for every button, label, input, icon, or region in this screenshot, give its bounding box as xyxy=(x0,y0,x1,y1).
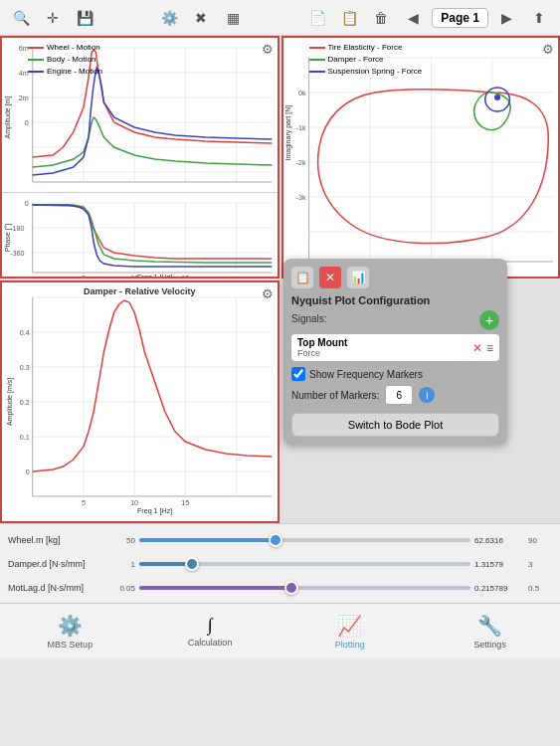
legend-engine-label: Engine - Motion xyxy=(47,66,102,78)
config-panel: 📋 ✕ 📊 Nyquist Plot Configuration Signals… xyxy=(283,259,507,445)
slider-row-2: MotLag.d [N·s/mm] 0.05 0.215789 0.5 xyxy=(8,576,552,600)
bode-plot-cell: ⚙ Wheel - Motion Body - Motion Engine - … xyxy=(0,36,280,279)
info-icon[interactable]: i xyxy=(419,387,435,403)
slider-value-2: 0.215789 xyxy=(474,584,524,593)
cross-btn[interactable]: ✖ xyxy=(188,5,214,31)
signal-sub: Force xyxy=(297,348,347,358)
save-btn[interactable]: 💾 xyxy=(72,5,97,31)
slider-thumb-0[interactable] xyxy=(269,533,282,547)
page-next-btn[interactable]: ▶ xyxy=(494,5,520,31)
config-title: Nyquist Plot Configuration xyxy=(291,294,499,306)
svg-text:Freq 1 [Hz]: Freq 1 [Hz] xyxy=(137,274,172,279)
add-signal-btn[interactable]: + xyxy=(479,310,499,330)
signal-menu-btn[interactable]: ≡ xyxy=(486,341,493,355)
slider-param-2: MotLag.d [N·s/mm] xyxy=(8,583,107,593)
legend-engine: Engine - Motion xyxy=(28,66,102,78)
slider-fill-0 xyxy=(139,538,276,542)
page-del-btn[interactable]: 🗑 xyxy=(368,5,394,31)
svg-text:15: 15 xyxy=(181,499,189,507)
bode-container: Wheel - Motion Body - Motion Engine - Mo… xyxy=(2,38,278,277)
legend-spring-line xyxy=(309,71,325,73)
svg-text:10: 10 xyxy=(130,499,138,507)
slider-track-2[interactable] xyxy=(139,586,470,590)
checkbox-row: Show Frequency Markers xyxy=(291,367,499,381)
svg-text:-180: -180 xyxy=(10,225,24,233)
nav-settings-label: Settings xyxy=(473,640,506,650)
legend-body-line xyxy=(28,59,44,61)
config-chart-btn[interactable]: 📊 xyxy=(347,267,369,288)
config-panel-header: 📋 ✕ 📊 xyxy=(291,267,499,288)
bottom-nav: ⚙️ MBS Setup ∫ Calculation 📈 Plotting 🔧 … xyxy=(0,603,560,658)
slider-thumb-1[interactable] xyxy=(185,557,199,571)
signal-delete-btn[interactable]: ✕ xyxy=(472,341,482,355)
signals-label: Signals: xyxy=(291,313,327,324)
settings-btn[interactable]: ⚙️ xyxy=(156,5,182,31)
slider-thumb-2[interactable] xyxy=(284,581,298,595)
nav-mbs-setup[interactable]: ⚙️ MBS Setup xyxy=(0,604,140,658)
svg-text:0: 0 xyxy=(26,468,30,476)
zoom-btn[interactable]: 🔍 xyxy=(8,5,34,31)
nav-calculation[interactable]: ∫ Calculation xyxy=(140,604,280,658)
slider-param-0: Wheel.m [kg] xyxy=(8,535,107,545)
legend-wheel-label: Wheel - Motion xyxy=(47,42,100,54)
svg-text:Phase [°]: Phase [°] xyxy=(4,224,12,252)
damper-svg: 0.4 0.3 0.2 0.1 0 5 10 15 Amplitude [m/s… xyxy=(2,282,278,516)
nav-settings[interactable]: 🔧 Settings xyxy=(420,604,560,658)
svg-text:0k: 0k xyxy=(297,90,305,97)
config-close-btn[interactable]: ✕ xyxy=(319,267,341,288)
svg-text:Freq 1 [Hz]: Freq 1 [Hz] xyxy=(137,507,172,515)
page-add-btn[interactable]: 📋 xyxy=(336,5,362,31)
num-markers-input[interactable] xyxy=(385,385,413,405)
bode-legend: Wheel - Motion Body - Motion Engine - Mo… xyxy=(28,42,102,78)
page-indicator: Page 1 xyxy=(432,8,488,28)
slider-max-2: 0.5 xyxy=(528,584,552,593)
cursor-btn[interactable]: ✛ xyxy=(40,5,66,31)
svg-text:0.4: 0.4 xyxy=(20,329,30,337)
nav-plot-icon: 📈 xyxy=(337,614,362,638)
config-panel-icons: 📋 ✕ 📊 xyxy=(291,267,369,288)
svg-text:-3k: -3k xyxy=(295,194,305,202)
signal-name: Top Mount xyxy=(297,337,347,348)
nyquist-settings-icon[interactable]: ⚙ xyxy=(542,42,554,57)
slider-min-0: 50 xyxy=(111,536,135,545)
svg-text:2m: 2m xyxy=(19,94,29,102)
svg-text:0: 0 xyxy=(25,200,29,208)
export-btn[interactable]: ⬆ xyxy=(526,5,552,31)
nav-mbs-icon: ⚙️ xyxy=(58,614,83,638)
slider-track-0[interactable] xyxy=(139,538,470,542)
legend-engine-line xyxy=(28,71,44,73)
signals-header: Signals: + xyxy=(291,310,499,330)
damper-settings-icon[interactable]: ⚙ xyxy=(262,286,274,301)
slider-row-0: Wheel.m [kg] 50 62.6316 90 xyxy=(8,528,552,552)
legend-tire-label: Tire Elasticity - Force xyxy=(328,42,403,54)
legend-wheel: Wheel - Motion xyxy=(28,42,102,54)
switch-bode-btn[interactable]: Switch to Bode Plot xyxy=(291,413,499,437)
slider-track-1[interactable] xyxy=(139,562,470,566)
legend-damper-label: Damper - Force xyxy=(328,54,384,66)
page-label: Page 1 xyxy=(441,11,479,25)
signal-actions: ✕ ≡ xyxy=(472,341,493,355)
legend-damper: Damper - Force xyxy=(309,54,423,66)
grid-btn[interactable]: ▦ xyxy=(220,5,246,31)
config-copy-btn[interactable]: 📋 xyxy=(291,267,313,288)
toolbar-page: 📄 📋 🗑 ◀ Page 1 ▶ ⬆ xyxy=(304,5,552,31)
page-copy-btn[interactable]: 📄 xyxy=(304,5,330,31)
nav-plotting[interactable]: 📈 Plotting xyxy=(280,604,421,658)
slider-row-1: Damper.d [N·s/mm] 1 1.31579 3 xyxy=(8,552,552,576)
svg-text:-360: -360 xyxy=(10,250,24,258)
page-prev-btn[interactable]: ◀ xyxy=(400,5,426,31)
svg-text:5: 5 xyxy=(82,275,86,279)
show-freq-markers-checkbox[interactable] xyxy=(291,367,305,381)
legend-spring-label: Suspension Spring - Force xyxy=(328,66,423,78)
signal-row: Top Mount Force ✕ ≡ xyxy=(291,334,499,361)
signal-info: Top Mount Force xyxy=(297,337,347,358)
bode-amplitude: Wheel - Motion Body - Motion Engine - Mo… xyxy=(2,38,278,192)
svg-text:0.1: 0.1 xyxy=(20,434,30,442)
bode-settings-icon[interactable]: ⚙ xyxy=(262,42,274,57)
damper-container: Damper - Relative Velocity 0.4 0.3 0.2 xyxy=(2,282,278,521)
slider-min-2: 0.05 xyxy=(111,584,135,593)
legend-spring: Suspension Spring - Force xyxy=(309,66,423,78)
toolbar-left: 🔍 ✛ 💾 xyxy=(8,5,97,31)
slider-fill-2 xyxy=(139,586,291,590)
nav-calc-icon: ∫ xyxy=(208,615,213,636)
